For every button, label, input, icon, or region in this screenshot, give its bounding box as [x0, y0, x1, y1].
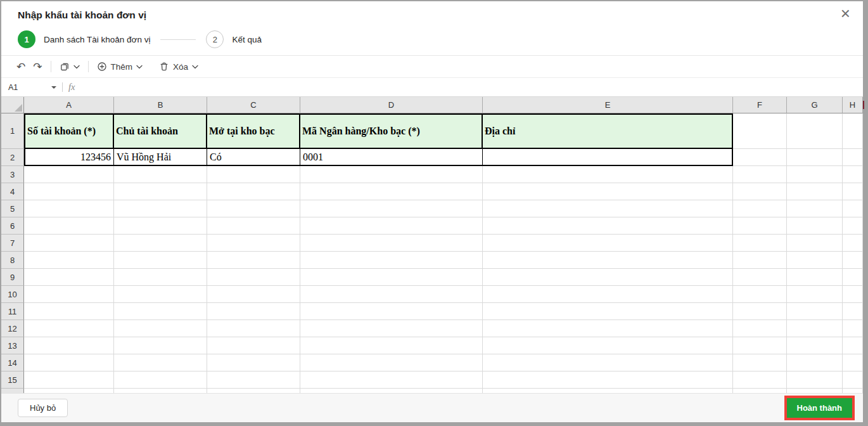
cell-H8[interactable]	[843, 252, 863, 269]
row-header-1[interactable]: 1	[1, 113, 24, 149]
cell-E13[interactable]	[483, 337, 733, 354]
cell-D10[interactable]	[300, 286, 483, 303]
column-header-B[interactable]: B	[114, 97, 207, 113]
cell-B3[interactable]	[114, 166, 207, 183]
cell-E16[interactable]	[483, 389, 733, 393]
cell-F2[interactable]	[733, 149, 787, 166]
cell-E6[interactable]	[483, 217, 733, 235]
cell-A16[interactable]	[24, 389, 114, 393]
column-header-H[interactable]: H	[843, 97, 863, 113]
cell-B2[interactable]: Vũ Hồng Hải	[114, 149, 207, 166]
cell-C8[interactable]	[207, 252, 300, 269]
cell-D16[interactable]	[300, 389, 483, 393]
cell-D13[interactable]	[300, 337, 483, 354]
cell-G4[interactable]	[787, 183, 843, 200]
column-header-C[interactable]: C	[207, 97, 300, 113]
row-header-14[interactable]: 14	[1, 354, 24, 371]
cell-D4[interactable]	[300, 183, 483, 200]
cell-G16[interactable]	[787, 389, 843, 393]
cell-C2[interactable]: Có	[207, 149, 300, 166]
cell-H15[interactable]	[843, 371, 863, 389]
cell-G11[interactable]	[787, 303, 843, 320]
cell-G10[interactable]	[787, 286, 843, 303]
cell-F14[interactable]	[733, 354, 787, 371]
cell-D1[interactable]: Mã Ngân hàng/Kho bạc (*)	[300, 113, 483, 149]
cell-E3[interactable]	[483, 166, 733, 183]
cell-G8[interactable]	[787, 252, 843, 269]
cell-G6[interactable]	[787, 217, 843, 235]
cell-A1[interactable]: Số tài khoản (*)	[24, 113, 114, 149]
cell-G2[interactable]	[787, 149, 843, 166]
cell-H13[interactable]	[843, 337, 863, 354]
cell-A14[interactable]	[24, 354, 114, 371]
column-header-A[interactable]: A	[24, 97, 114, 113]
cell-A7[interactable]	[24, 235, 114, 252]
row-header-9[interactable]: 9	[1, 269, 24, 286]
cell-A5[interactable]	[24, 200, 114, 217]
cell-H3[interactable]	[843, 166, 863, 183]
cell-C4[interactable]	[207, 183, 300, 200]
row-header-15[interactable]: 15	[1, 371, 24, 389]
delete-button[interactable]: Xóa	[155, 59, 202, 74]
cell-B7[interactable]	[114, 235, 207, 252]
row-header-2[interactable]: 2	[1, 149, 24, 166]
cell-A11[interactable]	[24, 303, 114, 320]
cell-H14[interactable]	[843, 354, 863, 371]
cell-B16[interactable]	[114, 389, 207, 393]
cell-E5[interactable]	[483, 200, 733, 217]
cell-E15[interactable]	[483, 371, 733, 389]
cell-A2[interactable]: 123456	[24, 149, 114, 166]
cell-D15[interactable]	[300, 371, 483, 389]
cell-H4[interactable]	[843, 183, 863, 200]
cell-E7[interactable]	[483, 235, 733, 252]
cell-H16[interactable]	[843, 389, 863, 393]
cell-G14[interactable]	[787, 354, 843, 371]
cell-F10[interactable]	[733, 286, 787, 303]
cell-name-box[interactable]: A1	[1, 83, 62, 92]
row-header-4[interactable]: 4	[1, 183, 24, 200]
cell-A8[interactable]	[24, 252, 114, 269]
cell-E9[interactable]	[483, 269, 733, 286]
cell-F15[interactable]	[733, 371, 787, 389]
cell-H9[interactable]	[843, 269, 863, 286]
cell-F5[interactable]	[733, 200, 787, 217]
cancel-button[interactable]: Hủy bỏ	[18, 399, 68, 417]
cell-A10[interactable]	[24, 286, 114, 303]
cell-A13[interactable]	[24, 337, 114, 354]
cell-G3[interactable]	[787, 166, 843, 183]
cell-C16[interactable]	[207, 389, 300, 393]
cell-C10[interactable]	[207, 286, 300, 303]
cell-G12[interactable]	[787, 320, 843, 337]
cell-C6[interactable]	[207, 217, 300, 235]
row-header-6[interactable]: 6	[1, 217, 24, 235]
cell-F6[interactable]	[733, 217, 787, 235]
cell-D2[interactable]: 0001	[300, 149, 483, 166]
cell-C9[interactable]	[207, 269, 300, 286]
row-header-7[interactable]: 7	[1, 235, 24, 252]
cell-C13[interactable]	[207, 337, 300, 354]
cell-E10[interactable]	[483, 286, 733, 303]
cell-E14[interactable]	[483, 354, 733, 371]
cell-E8[interactable]	[483, 252, 733, 269]
cell-D7[interactable]	[300, 235, 483, 252]
column-header-G[interactable]: G	[787, 97, 843, 113]
cell-B13[interactable]	[114, 337, 207, 354]
cell-H5[interactable]	[843, 200, 863, 217]
row-header-3[interactable]: 3	[1, 166, 24, 183]
cell-F3[interactable]	[733, 166, 787, 183]
row-header-11[interactable]: 11	[1, 303, 24, 320]
row-header-5[interactable]: 5	[1, 200, 24, 217]
cell-H7[interactable]	[843, 235, 863, 252]
cell-B5[interactable]	[114, 200, 207, 217]
cell-C14[interactable]	[207, 354, 300, 371]
cell-F16[interactable]	[733, 389, 787, 393]
cell-D8[interactable]	[300, 252, 483, 269]
column-header-D[interactable]: D	[300, 97, 483, 113]
cell-D3[interactable]	[300, 166, 483, 183]
cell-G13[interactable]	[787, 337, 843, 354]
cell-C1[interactable]: Mở tại kho bạc	[207, 113, 300, 149]
redo-button[interactable]: ↷	[29, 59, 46, 75]
cell-F4[interactable]	[733, 183, 787, 200]
cell-C3[interactable]	[207, 166, 300, 183]
cell-H12[interactable]	[843, 320, 863, 337]
